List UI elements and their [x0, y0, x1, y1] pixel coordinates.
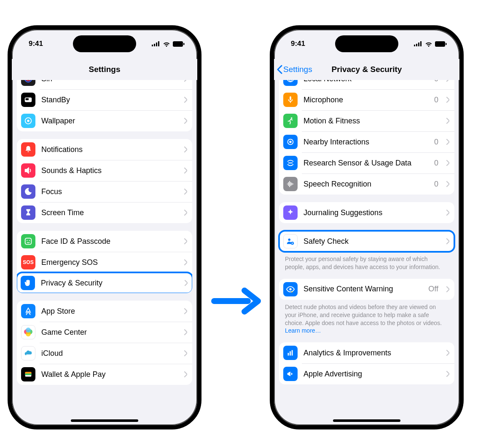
row-safety[interactable]: Safety Check	[279, 231, 454, 252]
cellular-icon	[152, 41, 160, 46]
settings-group: App StoreGame CenteriCloudWallet & Apple…	[17, 301, 192, 385]
row-nearby[interactable]: Nearby Interactions0	[279, 131, 454, 152]
learn-more-link[interactable]: Learn more…	[285, 327, 321, 334]
settings-group: Analytics & ImprovementsApple Advertisin…	[279, 342, 454, 384]
battery-icon	[435, 41, 447, 47]
home-indicator[interactable]	[71, 419, 138, 422]
row-label: Privacy & Security	[41, 279, 178, 288]
row-research[interactable]: Research Sensor & Usage Data0	[279, 152, 454, 173]
row-faceid[interactable]: Face ID & Passcode	[17, 231, 192, 252]
svg-rect-22	[25, 373, 32, 375]
row-ads[interactable]: Apple Advertising	[279, 363, 454, 384]
journal-icon	[283, 205, 298, 220]
row-label: Speech Recognition	[303, 180, 428, 189]
row-label: Safety Check	[303, 237, 440, 246]
svg-rect-24	[414, 45, 415, 46]
svg-rect-13	[25, 238, 32, 245]
notifications-icon	[21, 142, 35, 157]
row-siri[interactable]: Siri	[17, 80, 192, 89]
row-focus[interactable]: Focus	[17, 181, 192, 202]
chevron-right-icon	[184, 80, 187, 82]
row-label: Focus	[41, 187, 178, 196]
nav-title: Settings	[89, 65, 121, 74]
row-mic[interactable]: Microphone0	[279, 89, 454, 110]
row-value: 0	[434, 159, 438, 168]
row-standby[interactable]: StandBy	[17, 89, 192, 110]
chevron-right-icon	[184, 209, 187, 216]
gamecenter-icon	[21, 325, 35, 339]
svg-rect-10	[26, 98, 29, 100]
row-wallet[interactable]: Wallet & Apple Pay	[17, 364, 192, 385]
group-footer: Detect nude photos and videos before the…	[279, 300, 454, 335]
row-label: iCloud	[41, 349, 178, 358]
row-label: App Store	[41, 307, 178, 316]
row-speech[interactable]: Speech Recognition0	[279, 173, 454, 195]
svg-point-12	[27, 120, 30, 122]
scw-icon	[283, 282, 298, 296]
row-label: Apple Advertising	[303, 370, 440, 379]
chevron-right-icon	[446, 139, 449, 145]
row-sos[interactable]: SOSEmergency SOS	[17, 252, 192, 273]
svg-point-15	[29, 240, 30, 241]
privacy-list[interactable]: Local Network0Microphone0Motion & Fitnes…	[274, 80, 459, 425]
row-label: Microphone	[303, 96, 428, 104]
row-label: Screen Time	[41, 208, 178, 217]
mic-icon	[283, 93, 298, 107]
chevron-right-icon	[446, 160, 449, 166]
wallet-icon	[21, 367, 35, 381]
svg-rect-26	[418, 43, 419, 46]
svg-rect-31	[290, 96, 291, 100]
focus-icon	[21, 184, 35, 199]
status-icons	[152, 41, 185, 47]
svg-point-37	[289, 288, 292, 291]
chevron-right-icon	[184, 259, 187, 266]
group-footer: Protect your personal safety by staying …	[279, 252, 454, 271]
standby-icon	[21, 93, 35, 107]
svg-point-35	[288, 239, 291, 241]
svg-rect-40	[292, 350, 293, 356]
row-value: 0	[434, 96, 438, 104]
battery-icon	[173, 41, 185, 47]
row-label: Research Sensor & Usage Data	[303, 159, 428, 168]
nav-bar: Settings	[12, 59, 197, 80]
row-label: Analytics & Improvements	[303, 349, 440, 357]
chevron-right-icon	[184, 371, 187, 378]
chevron-right-icon	[446, 209, 449, 216]
svg-point-32	[291, 117, 293, 119]
svg-rect-39	[290, 352, 291, 356]
settings-group: Safety Check	[279, 231, 454, 252]
row-label: Nearby Interactions	[303, 138, 428, 147]
row-notifications[interactable]: Notifications	[17, 139, 192, 160]
row-wallpaper[interactable]: Wallpaper	[17, 110, 192, 131]
back-button[interactable]: Settings	[277, 59, 312, 80]
faceid-icon	[21, 234, 35, 248]
row-icloud[interactable]: iCloud	[17, 343, 192, 364]
row-label: Siri	[41, 80, 178, 83]
svg-rect-38	[288, 353, 289, 355]
row-privacy[interactable]: Privacy & Security	[17, 272, 192, 293]
nav-title: Privacy & Security	[332, 65, 402, 74]
row-scw[interactable]: Sensitive Content WarningOff	[279, 279, 454, 300]
row-appstore[interactable]: App Store	[17, 301, 192, 322]
row-journal[interactable]: Journaling Suggestions	[279, 202, 454, 223]
home-indicator[interactable]	[333, 419, 400, 422]
chevron-right-icon	[446, 238, 449, 245]
row-analytics[interactable]: Analytics & Improvements	[279, 342, 454, 363]
svg-rect-25	[416, 44, 417, 46]
analytics-icon	[283, 346, 298, 360]
speech-icon	[283, 177, 298, 191]
row-screentime[interactable]: Screen Time	[17, 202, 192, 223]
settings-list[interactable]: SiriStandByWallpaperNotificationsSounds …	[12, 80, 197, 425]
row-gamecenter[interactable]: Game Center	[17, 322, 192, 343]
chevron-right-icon	[184, 280, 188, 286]
row-sounds[interactable]: Sounds & Haptics	[17, 160, 192, 181]
row-motion[interactable]: Motion & Fitness	[279, 110, 454, 131]
row-label: Sensitive Content Warning	[303, 285, 422, 293]
row-localnet[interactable]: Local Network0	[279, 80, 454, 89]
settings-group: Face ID & PasscodeSOSEmergency SOSPrivac…	[17, 231, 192, 293]
sos-icon: SOS	[21, 255, 35, 269]
row-value: 0	[434, 80, 438, 83]
row-label: Wallpaper	[41, 117, 178, 125]
status-time: 9:41	[291, 40, 305, 48]
siri-icon	[21, 80, 35, 86]
